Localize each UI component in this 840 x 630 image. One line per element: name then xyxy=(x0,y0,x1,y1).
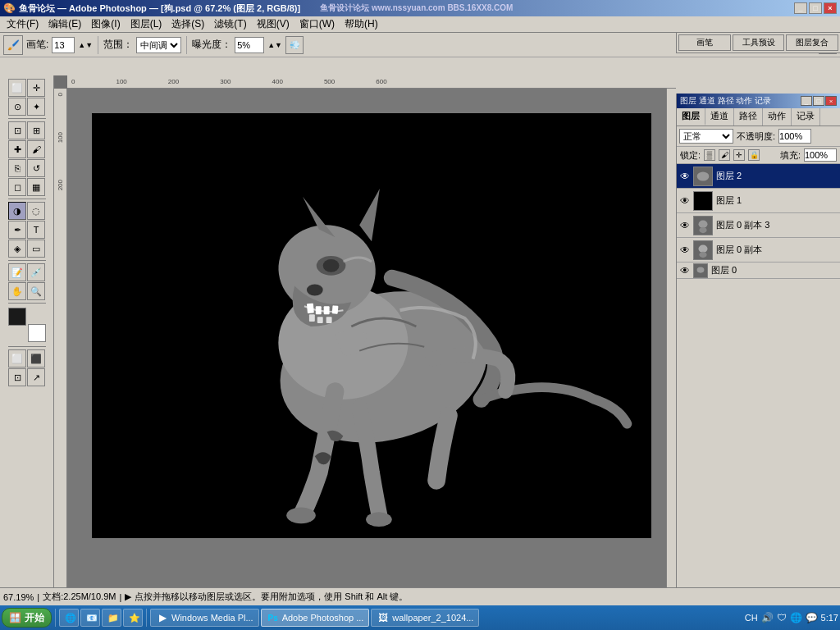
panel-minimize-btn[interactable]: _ xyxy=(801,96,812,106)
layer-1-thumbnail xyxy=(693,191,713,211)
quick-launch-ie[interactable]: 🌐 xyxy=(59,609,79,627)
brush-tool[interactable]: 🖌 xyxy=(27,140,45,158)
tab-layers[interactable]: 图层 xyxy=(677,108,705,126)
jump-to-ir[interactable]: ↗ xyxy=(27,368,45,386)
tab-channels[interactable]: 通道 xyxy=(705,108,734,126)
brush-panel-btn[interactable]: 画笔 xyxy=(678,34,731,51)
menu-layer[interactable]: 图层(L) xyxy=(126,16,167,33)
layer-item-0[interactable]: 👁 图层 0 xyxy=(677,262,840,279)
layer-0c3-visibility[interactable]: 👁 xyxy=(678,219,692,232)
path-select-tool[interactable]: ◈ xyxy=(8,240,26,258)
main-area: ⬜ ✛ ⊙ ✦ ⊡ ⊞ ✚ 🖌 ⎘ ↺ ◻ ▦ ◑ ◌ ✒ xyxy=(0,75,840,612)
tab-history[interactable]: 记录 xyxy=(792,108,820,126)
tab-paths[interactable]: 路径 xyxy=(734,108,763,126)
color-swatches[interactable] xyxy=(8,308,46,342)
menu-select[interactable]: 选择(S) xyxy=(167,16,209,33)
magic-wand-tool[interactable]: ✦ xyxy=(27,98,45,116)
lasso-tool[interactable]: ⊙ xyxy=(8,98,26,116)
pen-tool[interactable]: ✒ xyxy=(8,221,26,239)
opacity-input[interactable] xyxy=(778,129,811,144)
fullscreen-mode[interactable]: ⊡ xyxy=(8,368,26,386)
brush-size-arrows[interactable]: ▲▼ xyxy=(78,41,93,49)
svg-point-14 xyxy=(323,259,340,272)
marquee-tool[interactable]: ⬜ xyxy=(8,79,26,97)
dodge-tool[interactable]: ◑ xyxy=(8,202,26,220)
menu-filter[interactable]: 滤镜(T) xyxy=(209,16,251,33)
start-button[interactable]: 🪟 开始 xyxy=(2,608,52,628)
lock-all-btn[interactable]: 🔒 xyxy=(748,149,760,161)
layer-comps-btn[interactable]: 图层复合 xyxy=(786,34,838,51)
brush-size-input[interactable] xyxy=(52,37,75,53)
panel-maximize-btn[interactable]: □ xyxy=(813,96,824,106)
eraser-tool[interactable]: ◻ xyxy=(8,178,26,196)
lock-transparent-btn[interactable]: ▒ xyxy=(704,149,715,161)
blur-tool[interactable]: ◌ xyxy=(27,202,45,220)
layer-0c-visibility[interactable]: 👁 xyxy=(678,244,692,257)
tool-sep-2 xyxy=(8,199,46,199)
layer-item-0c[interactable]: 👁 图层 0 副本 xyxy=(677,238,840,262)
quickmask-mode[interactable]: ⬛ xyxy=(27,349,45,368)
svg-point-21 xyxy=(699,244,708,252)
shape-tool[interactable]: ▭ xyxy=(27,240,45,258)
eyedropper-tool[interactable]: 💉 xyxy=(27,263,45,281)
fill-input[interactable] xyxy=(804,148,837,162)
layers-panel: 正常 溶解 正片叠底 不透明度: 锁定: ▒ 🖌 ✛ 🔒 填充: xyxy=(677,126,840,612)
menu-window[interactable]: 窗口(W) xyxy=(294,16,340,33)
move-tool[interactable]: ✛ xyxy=(27,79,45,97)
svg-rect-8 xyxy=(309,314,315,322)
foreground-color[interactable] xyxy=(8,308,26,326)
layer-item-0c3[interactable]: 👁 图层 0 副本 3 xyxy=(677,213,840,238)
menu-help[interactable]: 帮助(H) xyxy=(340,16,383,33)
tool-presets-btn[interactable]: 工具预设 xyxy=(733,34,785,51)
clone-tool[interactable]: ⎘ xyxy=(8,159,26,177)
history-brush-tool[interactable]: ↺ xyxy=(27,159,45,177)
media-player-icon: ▶ xyxy=(156,611,169,624)
heal-tool[interactable]: ✚ xyxy=(8,140,26,158)
vertical-scrollbar[interactable] xyxy=(666,89,676,602)
gradient-tool[interactable]: ▦ xyxy=(27,178,45,196)
layer-item-2[interactable]: 👁 图层 2 xyxy=(677,164,840,189)
blend-mode-select[interactable]: 正常 溶解 正片叠底 xyxy=(679,129,733,144)
taskbar-photoshop[interactable]: Ps Adobe Photoshop ... xyxy=(261,609,370,627)
status-sep-1: | xyxy=(37,592,39,602)
zoom-tool[interactable]: 🔍 xyxy=(27,282,45,300)
quick-launch-3[interactable]: 📁 xyxy=(102,609,121,627)
layer-1-visibility[interactable]: 👁 xyxy=(678,194,692,208)
tab-actions[interactable]: 动作 xyxy=(763,108,792,126)
crop-tool[interactable]: ⊡ xyxy=(8,121,26,139)
image-canvas[interactable] xyxy=(92,113,651,538)
lock-paint-btn[interactable]: 🖌 xyxy=(719,149,730,161)
hand-tool[interactable]: ✋ xyxy=(8,282,26,300)
exposure-input[interactable] xyxy=(235,37,264,53)
menu-edit[interactable]: 编辑(E) xyxy=(43,16,86,33)
window-controls[interactable]: _ □ × xyxy=(794,2,837,14)
standard-mode[interactable]: ⬜ xyxy=(8,349,26,368)
menu-image[interactable]: 图像(I) xyxy=(86,16,125,33)
layer-2-visibility[interactable]: 👁 xyxy=(678,170,692,183)
lock-move-btn[interactable]: ✛ xyxy=(733,149,745,161)
notes-tool[interactable]: 📝 xyxy=(8,263,26,281)
minimize-button[interactable]: _ xyxy=(794,2,807,14)
taskbar-wallpaper[interactable]: 🖼 wallpaper_2_1024... xyxy=(371,609,479,627)
type-tool[interactable]: T xyxy=(27,221,45,239)
menu-view[interactable]: 视图(V) xyxy=(252,16,294,33)
airbrush-icon[interactable]: 💨 xyxy=(285,36,304,54)
quick-launch-email[interactable]: 📧 xyxy=(80,609,100,627)
range-select[interactable]: 中间调 阴影 高光 xyxy=(136,37,181,53)
layer-0-visibility[interactable]: 👁 xyxy=(678,264,692,277)
volume-icon[interactable]: 🔊 xyxy=(761,612,774,623)
quick-launch-4[interactable]: ⭐ xyxy=(123,609,143,627)
panel-close-btn[interactable]: × xyxy=(825,96,837,106)
panel-win-controls[interactable]: _ □ × xyxy=(801,96,837,106)
background-color[interactable] xyxy=(28,324,46,342)
exposure-arrows[interactable]: ▲▼ xyxy=(267,41,282,49)
tool-sep-4 xyxy=(8,303,46,304)
maximize-button[interactable]: □ xyxy=(809,2,822,14)
layer-0-thumbnail xyxy=(693,263,708,278)
taskbar-media-player[interactable]: ▶ Windows Media Pl... xyxy=(150,609,259,627)
menu-bar: 文件(F) 编辑(E) 图像(I) 图层(L) 选择(S) 滤镜(T) 视图(V… xyxy=(0,16,840,33)
slice-tool[interactable]: ⊞ xyxy=(27,121,45,139)
close-button[interactable]: × xyxy=(824,2,837,14)
menu-file[interactable]: 文件(F) xyxy=(2,16,43,33)
layer-item-1[interactable]: 👁 图层 1 xyxy=(677,189,840,213)
